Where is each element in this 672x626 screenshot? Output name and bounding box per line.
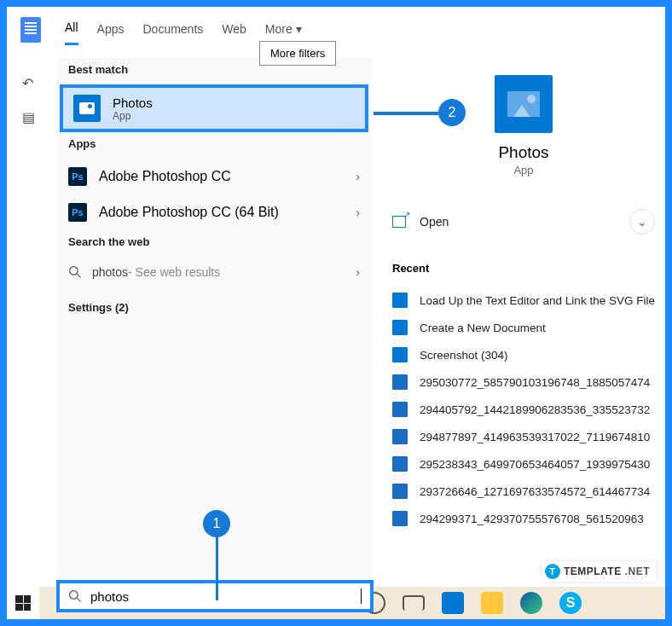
web-sub-text: - See web results	[128, 265, 220, 279]
best-match-sub: App	[113, 110, 153, 122]
tab-apps[interactable]: Apps	[97, 19, 125, 44]
recent-item[interactable]: 295238343_649970653464057_1939975430	[389, 450, 658, 478]
app-photoshop-cc-64bit[interactable]: Ps Adobe Photoshop CC (64 Bit) ›	[56, 194, 372, 230]
tab-documents[interactable]: Documents	[142, 19, 203, 44]
callout-badge-1: 1	[203, 510, 230, 537]
search-box[interactable]: photos	[56, 580, 374, 612]
mail-icon[interactable]	[442, 592, 464, 614]
recent-item[interactable]: Load Up the Text Editor and Link the SVG…	[389, 287, 658, 314]
tab-web[interactable]: Web	[222, 19, 246, 44]
web-section-label: Search the web	[56, 230, 372, 257]
callout-line-1	[216, 537, 218, 600]
skype-icon[interactable]: S	[559, 592, 582, 614]
photos-app-icon	[73, 95, 101, 122]
svg-point-2	[70, 591, 78, 600]
template-badge-icon: T	[545, 564, 560, 579]
photoshop-icon: Ps	[68, 203, 87, 222]
recent-item[interactable]: 293726646_1271697633574572_614467734	[389, 478, 658, 505]
photos-large-icon	[495, 75, 553, 133]
windows-logo-icon	[15, 595, 31, 611]
open-icon	[392, 216, 406, 228]
callout-badge-2: 2	[438, 99, 466, 126]
google-docs-icon	[20, 17, 41, 43]
chevron-right-icon: ›	[356, 206, 360, 219]
svg-point-0	[70, 267, 78, 275]
recent-item[interactable]: 295030772_585790103196748_1885057474	[389, 368, 658, 396]
recent-item[interactable]: 294405792_1442189906283536_335523732	[389, 396, 658, 423]
open-action[interactable]: Open ⌄	[389, 200, 658, 243]
preview-sub: App	[389, 164, 658, 177]
app-name: Adobe Photoshop CC	[99, 169, 231, 184]
outline-icon[interactable]: ▤	[22, 109, 38, 125]
preview-title: Photos	[389, 143, 658, 162]
svg-line-1	[77, 274, 80, 277]
search-icon	[68, 265, 82, 279]
web-query-text: photos	[92, 265, 128, 279]
best-match-title: Photos	[113, 96, 153, 110]
recent-item[interactable]: Screenshot (304)	[389, 341, 658, 368]
expand-button[interactable]: ⌄	[629, 209, 655, 235]
app-photoshop-cc[interactable]: Ps Adobe Photoshop CC ›	[56, 159, 372, 194]
search-input[interactable]: photos	[90, 589, 361, 604]
chevron-down-icon: ▾	[296, 22, 302, 36]
more-filters-tooltip: More filters	[259, 41, 336, 66]
web-search-result[interactable]: photos - See web results ›	[56, 257, 372, 287]
app-name: Adobe Photoshop CC (64 Bit)	[99, 205, 279, 220]
edge-icon[interactable]	[520, 592, 542, 614]
recent-item[interactable]: 294299371_429370755576708_561520963	[389, 505, 658, 532]
preview-panel: Photos App Open ⌄ Recent Load Up the Tex…	[372, 58, 658, 612]
apps-section-label: Apps	[56, 132, 372, 159]
search-icon	[68, 589, 82, 603]
callout-line-2	[374, 112, 438, 115]
start-button[interactable]	[7, 587, 39, 619]
tab-all[interactable]: All	[65, 17, 78, 45]
recent-label: Recent	[392, 262, 658, 275]
photoshop-icon: Ps	[68, 167, 87, 186]
chevron-right-icon: ›	[356, 265, 360, 279]
explorer-icon[interactable]	[481, 592, 503, 614]
recent-item[interactable]: 294877897_414963539317022_7119674810	[389, 423, 658, 450]
settings-section-label: Settings (2)	[56, 296, 372, 322]
watermark: T TEMPLATE.NET	[542, 561, 657, 582]
search-results-panel: Best match Photos App Apps Ps Adobe Phot…	[56, 58, 372, 612]
recent-item[interactable]: Create a New Document	[389, 314, 658, 341]
undo-icon[interactable]: ↶	[22, 75, 38, 90]
chevron-right-icon: ›	[356, 170, 360, 183]
tab-more[interactable]: More ▾	[265, 19, 302, 44]
task-view-icon[interactable]	[403, 595, 425, 611]
svg-line-3	[77, 598, 80, 601]
best-match-photos-app[interactable]: Photos App	[60, 84, 368, 132]
text-cursor	[361, 588, 362, 604]
